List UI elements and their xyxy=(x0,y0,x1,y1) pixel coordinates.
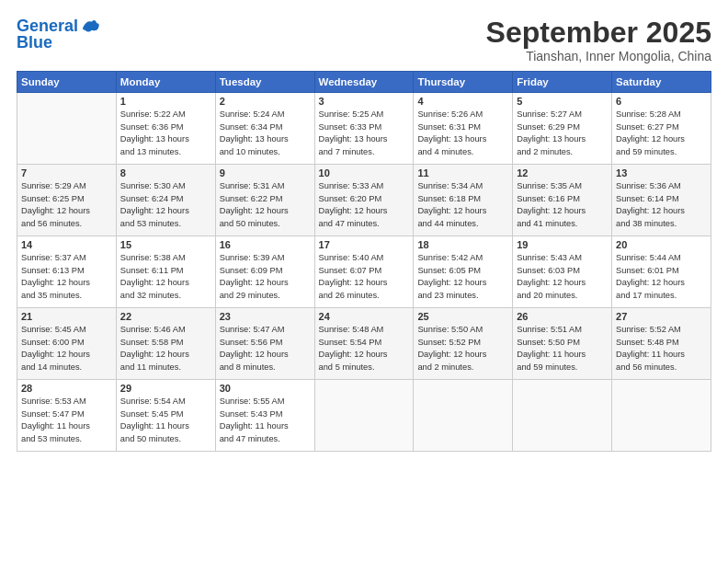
cell-info: Sunrise: 5:46 AMSunset: 5:58 PMDaylight:… xyxy=(120,324,211,373)
table-row: 27Sunrise: 5:52 AMSunset: 5:48 PMDayligh… xyxy=(612,308,711,380)
day-number: 20 xyxy=(616,239,707,250)
table-row: 10Sunrise: 5:33 AMSunset: 6:20 PMDayligh… xyxy=(314,165,414,236)
day-number: 22 xyxy=(120,311,211,322)
day-number: 27 xyxy=(616,311,707,322)
col-wednesday: Wednesday xyxy=(314,72,414,93)
cell-info: Sunrise: 5:29 AMSunset: 6:25 PMDaylight:… xyxy=(21,180,112,230)
col-saturday: Saturday xyxy=(612,72,711,93)
table-row: 3Sunrise: 5:25 AMSunset: 6:33 PMDaylight… xyxy=(314,93,414,165)
table-row: 22Sunrise: 5:46 AMSunset: 5:58 PMDayligh… xyxy=(116,308,215,380)
table-row: 19Sunrise: 5:43 AMSunset: 6:03 PMDayligh… xyxy=(513,236,612,308)
cell-info: Sunrise: 5:45 AMSunset: 6:00 PMDaylight:… xyxy=(21,324,112,373)
day-number: 17 xyxy=(319,239,410,250)
cell-info: Sunrise: 5:34 AMSunset: 6:18 PMDaylight:… xyxy=(417,180,508,230)
day-number: 10 xyxy=(319,167,410,178)
day-number: 2 xyxy=(220,96,311,107)
table-row: 14Sunrise: 5:37 AMSunset: 6:13 PMDayligh… xyxy=(17,236,117,308)
table-row: 21Sunrise: 5:45 AMSunset: 6:00 PMDayligh… xyxy=(17,308,117,380)
table-row: 12Sunrise: 5:35 AMSunset: 6:16 PMDayligh… xyxy=(513,165,612,236)
table-row xyxy=(513,380,612,452)
table-row: 26Sunrise: 5:51 AMSunset: 5:50 PMDayligh… xyxy=(513,308,612,380)
day-number: 8 xyxy=(120,167,211,178)
cell-info: Sunrise: 5:27 AMSunset: 6:29 PMDaylight:… xyxy=(517,109,608,158)
table-row: 8Sunrise: 5:30 AMSunset: 6:24 PMDaylight… xyxy=(116,165,215,236)
col-friday: Friday xyxy=(513,72,612,93)
table-row: 5Sunrise: 5:27 AMSunset: 6:29 PMDaylight… xyxy=(513,93,612,165)
table-row xyxy=(314,380,414,452)
page: General Blue September 2025 Tianshan, In… xyxy=(0,0,728,563)
day-number: 15 xyxy=(120,239,211,250)
table-row: 16Sunrise: 5:39 AMSunset: 6:09 PMDayligh… xyxy=(215,236,314,308)
table-row: 17Sunrise: 5:40 AMSunset: 6:07 PMDayligh… xyxy=(314,236,414,308)
table-row: 13Sunrise: 5:36 AMSunset: 6:14 PMDayligh… xyxy=(612,165,711,236)
cell-info: Sunrise: 5:31 AMSunset: 6:22 PMDaylight:… xyxy=(220,180,311,230)
day-number: 6 xyxy=(616,96,707,107)
day-number: 25 xyxy=(417,311,508,322)
cell-info: Sunrise: 5:53 AMSunset: 5:47 PMDaylight:… xyxy=(21,396,112,445)
table-row: 9Sunrise: 5:31 AMSunset: 6:22 PMDaylight… xyxy=(215,165,314,236)
col-thursday: Thursday xyxy=(414,72,513,93)
table-row: 25Sunrise: 5:50 AMSunset: 5:52 PMDayligh… xyxy=(414,308,513,380)
cell-info: Sunrise: 5:54 AMSunset: 5:45 PMDaylight:… xyxy=(120,396,211,445)
cell-info: Sunrise: 5:30 AMSunset: 6:24 PMDaylight:… xyxy=(120,180,211,230)
cell-info: Sunrise: 5:35 AMSunset: 6:16 PMDaylight:… xyxy=(517,180,608,230)
cell-info: Sunrise: 5:47 AMSunset: 5:56 PMDaylight:… xyxy=(220,324,311,373)
table-row xyxy=(414,380,513,452)
calendar-week-row: 28Sunrise: 5:53 AMSunset: 5:47 PMDayligh… xyxy=(17,380,711,452)
cell-info: Sunrise: 5:51 AMSunset: 5:50 PMDaylight:… xyxy=(517,324,608,373)
day-number: 28 xyxy=(21,383,112,394)
table-row: 30Sunrise: 5:55 AMSunset: 5:43 PMDayligh… xyxy=(215,380,314,452)
cell-info: Sunrise: 5:22 AMSunset: 6:36 PMDaylight:… xyxy=(120,109,211,158)
cell-info: Sunrise: 5:28 AMSunset: 6:27 PMDaylight:… xyxy=(616,109,707,158)
day-number: 14 xyxy=(21,239,112,250)
location: Tianshan, Inner Mongolia, China xyxy=(486,49,711,63)
col-sunday: Sunday xyxy=(17,72,117,93)
day-number: 9 xyxy=(220,167,311,178)
title-block: September 2025 Tianshan, Inner Mongolia,… xyxy=(486,17,711,63)
day-number: 29 xyxy=(120,383,211,394)
table-row xyxy=(17,93,117,165)
day-number: 12 xyxy=(517,167,608,178)
day-number: 21 xyxy=(21,311,112,322)
cell-info: Sunrise: 5:55 AMSunset: 5:43 PMDaylight:… xyxy=(220,396,311,445)
cell-info: Sunrise: 5:43 AMSunset: 6:03 PMDaylight:… xyxy=(517,252,608,302)
cell-info: Sunrise: 5:42 AMSunset: 6:05 PMDaylight:… xyxy=(417,252,508,302)
cell-info: Sunrise: 5:26 AMSunset: 6:31 PMDaylight:… xyxy=(417,109,508,158)
cell-info: Sunrise: 5:38 AMSunset: 6:11 PMDaylight:… xyxy=(120,252,211,302)
cell-info: Sunrise: 5:40 AMSunset: 6:07 PMDaylight:… xyxy=(319,252,410,302)
day-number: 11 xyxy=(417,167,508,178)
table-row: 24Sunrise: 5:48 AMSunset: 5:54 PMDayligh… xyxy=(314,308,414,380)
table-row: 1Sunrise: 5:22 AMSunset: 6:36 PMDaylight… xyxy=(116,93,215,165)
table-row: 6Sunrise: 5:28 AMSunset: 6:27 PMDaylight… xyxy=(612,93,711,165)
calendar-table: Sunday Monday Tuesday Wednesday Thursday… xyxy=(17,71,711,452)
col-tuesday: Tuesday xyxy=(215,72,314,93)
cell-info: Sunrise: 5:36 AMSunset: 6:14 PMDaylight:… xyxy=(616,180,707,230)
cell-info: Sunrise: 5:25 AMSunset: 6:33 PMDaylight:… xyxy=(319,109,410,158)
day-number: 24 xyxy=(319,311,410,322)
col-monday: Monday xyxy=(116,72,215,93)
logo-icon xyxy=(80,17,100,37)
day-number: 23 xyxy=(220,311,311,322)
day-number: 18 xyxy=(417,239,508,250)
calendar-week-row: 21Sunrise: 5:45 AMSunset: 6:00 PMDayligh… xyxy=(17,308,711,380)
day-number: 3 xyxy=(319,96,410,107)
table-row: 29Sunrise: 5:54 AMSunset: 5:45 PMDayligh… xyxy=(116,380,215,452)
calendar-week-row: 1Sunrise: 5:22 AMSunset: 6:36 PMDaylight… xyxy=(17,93,711,165)
table-row: 15Sunrise: 5:38 AMSunset: 6:11 PMDayligh… xyxy=(116,236,215,308)
day-number: 19 xyxy=(517,239,608,250)
table-row: 7Sunrise: 5:29 AMSunset: 6:25 PMDaylight… xyxy=(17,165,117,236)
cell-info: Sunrise: 5:33 AMSunset: 6:20 PMDaylight:… xyxy=(319,180,410,230)
cell-info: Sunrise: 5:44 AMSunset: 6:01 PMDaylight:… xyxy=(616,252,707,302)
table-row: 11Sunrise: 5:34 AMSunset: 6:18 PMDayligh… xyxy=(414,165,513,236)
table-row xyxy=(612,380,711,452)
cell-info: Sunrise: 5:48 AMSunset: 5:54 PMDaylight:… xyxy=(319,324,410,373)
day-number: 1 xyxy=(120,96,211,107)
calendar-header-row: Sunday Monday Tuesday Wednesday Thursday… xyxy=(17,72,711,93)
table-row: 20Sunrise: 5:44 AMSunset: 6:01 PMDayligh… xyxy=(612,236,711,308)
day-number: 5 xyxy=(517,96,608,107)
day-number: 26 xyxy=(517,311,608,322)
cell-info: Sunrise: 5:37 AMSunset: 6:13 PMDaylight:… xyxy=(21,252,112,302)
day-number: 4 xyxy=(417,96,508,107)
cell-info: Sunrise: 5:52 AMSunset: 5:48 PMDaylight:… xyxy=(616,324,707,373)
header: General Blue September 2025 Tianshan, In… xyxy=(17,17,711,63)
